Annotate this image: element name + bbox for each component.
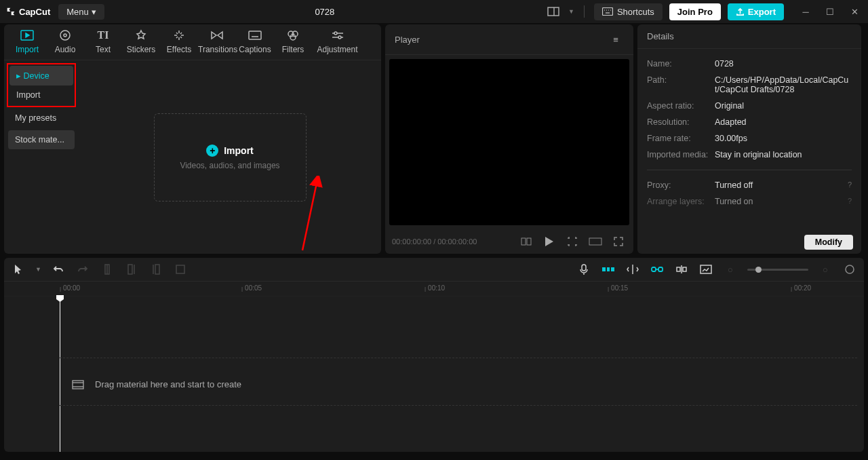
tab-stickers[interactable]: Stickers <box>122 24 160 60</box>
svg-rect-26 <box>128 265 132 274</box>
tab-filters[interactable]: Filters <box>274 24 312 60</box>
svg-rect-11 <box>249 31 261 39</box>
media-panel: Import Audio TIText Stickers Effects Tra… <box>4 24 381 254</box>
timeline-panel: ▼ ○ ○ 00:00 00:05 00:10 00:15 00:20 Drag… <box>4 258 864 452</box>
svg-rect-34 <box>611 267 614 271</box>
details-panel: Details Name:0728 Path:C:/Users/HP/AppDa… <box>637 24 861 254</box>
ratio-icon[interactable] <box>587 233 604 250</box>
chevron-down-icon: ▾ <box>92 7 96 17</box>
clip-icon <box>72 380 84 389</box>
player-viewport[interactable] <box>389 59 629 225</box>
source-stock[interactable]: Stock mate... <box>8 130 75 149</box>
svg-rect-29 <box>155 265 159 274</box>
svg-rect-40 <box>677 267 680 271</box>
maximize-icon[interactable]: ☐ <box>822 3 838 20</box>
shortcuts-button[interactable]: Shortcuts <box>594 3 663 20</box>
play-icon[interactable] <box>541 233 557 250</box>
svg-rect-30 <box>176 265 184 273</box>
preview-axis-icon[interactable] <box>674 262 689 277</box>
modify-button[interactable]: Modify <box>804 235 853 250</box>
undo-icon[interactable] <box>51 262 66 277</box>
plus-icon: + <box>206 145 218 157</box>
mic-icon[interactable] <box>576 262 591 277</box>
timeline-hint: Drag material here and start to create <box>72 379 241 389</box>
pointer-icon[interactable] <box>11 262 26 277</box>
delete-right-icon[interactable] <box>149 262 163 277</box>
svg-rect-42 <box>701 265 711 273</box>
project-title: 0728 <box>104 7 545 17</box>
minimize-icon[interactable]: ─ <box>797 3 814 20</box>
svg-point-43 <box>846 265 854 273</box>
frame-icon[interactable] <box>564 233 580 250</box>
zoom-in-icon[interactable]: ○ <box>818 262 833 277</box>
redo-icon[interactable] <box>75 262 90 277</box>
playhead[interactable] <box>60 296 60 452</box>
tab-transitions[interactable]: Transitions <box>198 24 236 60</box>
help-icon[interactable]: ? <box>848 180 852 190</box>
svg-rect-33 <box>607 267 610 271</box>
player-panel: Player ≡ 00:00:00:00 / 00:00:00:00 <box>385 24 633 254</box>
import-dropzone[interactable]: + Import Videos, audios, and images <box>154 113 307 202</box>
timeline-toolbar: ▼ ○ ○ <box>4 258 864 282</box>
titlebar-right: ▼ Shortcuts Join Pro Export ─ ☐ ✕ <box>545 3 863 20</box>
hamburger-icon[interactable]: ≡ <box>608 31 624 47</box>
titlebar: CapCut Menu ▾ 0728 ▼ Shortcuts Join Pro … <box>0 0 868 23</box>
compare-icon[interactable] <box>518 233 534 250</box>
svg-rect-23 <box>589 238 601 245</box>
media-tabs: Import Audio TIText Stickers Effects Tra… <box>4 24 381 60</box>
tab-captions[interactable]: Captions <box>236 24 274 60</box>
magnet-main-icon[interactable] <box>601 262 616 277</box>
zoom-fit-icon[interactable] <box>842 262 857 277</box>
import-area: + Import Videos, audios, and images <box>79 60 381 254</box>
svg-rect-22 <box>527 238 531 245</box>
menu-button[interactable]: Menu ▾ <box>58 4 104 20</box>
zoom-out-icon[interactable]: ○ <box>723 262 738 277</box>
source-device[interactable]: ▸ Device <box>9 66 73 85</box>
player-title: Player <box>395 35 420 45</box>
delete-icon[interactable] <box>173 262 188 277</box>
export-button[interactable]: Export <box>728 3 784 20</box>
tab-text[interactable]: TIText <box>84 24 122 60</box>
svg-rect-44 <box>73 381 83 389</box>
svg-point-10 <box>64 34 66 37</box>
layout-icon[interactable] <box>545 3 561 20</box>
delete-left-icon[interactable] <box>124 262 139 277</box>
svg-rect-31 <box>582 265 586 271</box>
fullscreen-icon[interactable] <box>610 233 627 250</box>
svg-rect-41 <box>683 267 686 271</box>
timeline-ruler[interactable]: 00:00 00:05 00:10 00:15 00:20 <box>4 282 864 296</box>
tab-adjustment[interactable]: Adjustment <box>312 24 363 60</box>
app-logo: CapCut <box>5 6 50 17</box>
highlight-box: ▸ Device Import <box>7 63 76 107</box>
tab-audio[interactable]: Audio <box>46 24 84 60</box>
svg-point-18 <box>334 32 337 35</box>
close-icon[interactable]: ✕ <box>846 3 863 20</box>
zoom-slider[interactable] <box>747 269 808 271</box>
tab-effects[interactable]: Effects <box>160 24 198 60</box>
timeline-tracks[interactable]: Drag material here and start to create <box>4 296 864 452</box>
svg-point-9 <box>60 31 70 40</box>
join-pro-button[interactable]: Join Pro <box>669 3 721 20</box>
link-icon[interactable] <box>650 262 665 277</box>
player-timecode: 00:00:00:00 / 00:00:00:00 <box>392 237 511 246</box>
auto-snap-icon[interactable] <box>625 262 640 277</box>
svg-rect-0 <box>548 7 559 16</box>
source-import[interactable]: Import <box>9 85 73 104</box>
tab-import[interactable]: Import <box>8 24 46 60</box>
split-icon[interactable] <box>100 262 115 277</box>
details-title: Details <box>647 31 674 41</box>
cover-icon[interactable] <box>698 262 713 277</box>
svg-rect-21 <box>521 238 526 245</box>
chevron-down-icon[interactable]: ▼ <box>35 266 41 273</box>
svg-rect-2 <box>602 8 612 16</box>
source-presets[interactable]: My presets <box>8 109 75 128</box>
svg-rect-32 <box>602 267 606 271</box>
chevron-down-icon[interactable]: ▼ <box>568 8 574 15</box>
svg-point-19 <box>338 36 341 39</box>
source-list: ▸ Device Import My presets Stock mate... <box>4 60 79 254</box>
help-icon[interactable]: ? <box>848 197 852 206</box>
